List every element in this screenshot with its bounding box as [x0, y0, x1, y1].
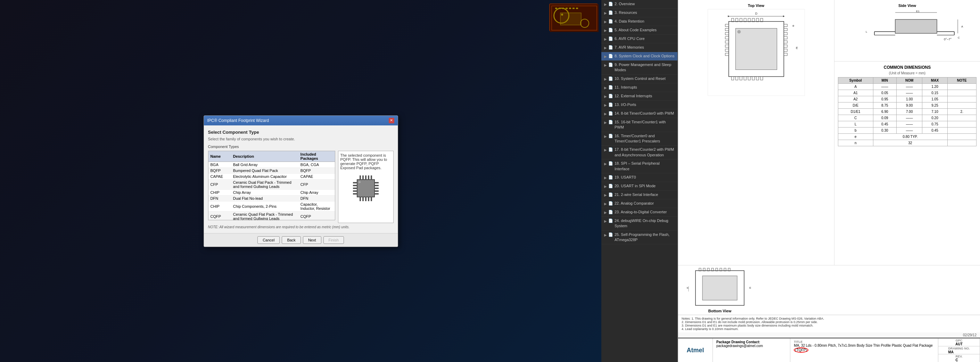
doc-icon: 📄 [608, 192, 613, 197]
component-info-text: The selected component is PQFP. This wil… [340, 153, 387, 170]
toc-item-3[interactable]: ▶ 📄 3. Resources [601, 9, 678, 17]
svg-text:0°–7°: 0°–7° [944, 38, 952, 41]
toc-item-24[interactable]: ▶ 📄 24. debugWIRE On-chip Debug System [601, 217, 678, 231]
toc-arrow: ▶ [604, 184, 607, 189]
toc-item-4[interactable]: ▶ 📄 4. Data Retention [601, 17, 678, 26]
doc-icon: 📄 [608, 232, 613, 237]
toc-item-label: 4. Data Retention [614, 19, 675, 24]
toc-item-21[interactable]: ▶ 📄 21. 2-wire Serial Interface [601, 191, 678, 199]
dialog-section-title: Select Component Type [208, 130, 394, 135]
svg-rect-65 [784, 32, 787, 35]
toc-arrow: ▶ [604, 63, 607, 68]
svg-rect-53 [756, 76, 759, 80]
doc-icon: 📄 [608, 210, 613, 215]
component-table-wrapper[interactable]: Name Description Included Packages BGA B… [208, 151, 335, 220]
toc-item-19[interactable]: ▶ 📄 19. USART0 [601, 173, 678, 182]
toc-item-9[interactable]: ▶ 📄 9. Power Management and Sleep Modes [601, 61, 678, 75]
doc-icon: 📄 [608, 119, 613, 125]
dialog-close-button[interactable]: ✕ [389, 118, 394, 123]
toc-item-12[interactable]: ▶ 📄 12. External Interrupts [601, 92, 678, 101]
dim-col-nom: NOM [897, 78, 922, 84]
component-row[interactable]: CHIP Chip Array Chip Array [208, 189, 335, 195]
component-row[interactable]: CHIP Chip Components, 2-Pins Capacitor, … [208, 201, 335, 211]
dim-col-note: NOTE [947, 78, 976, 84]
toc-item-18[interactable]: ▶ 📄 18. SPI – Serial Peripheral Interfac… [601, 159, 678, 173]
svg-rect-29 [362, 197, 364, 201]
toc-item-label: 5. About Code Examples [614, 27, 675, 33]
dialog-title: IPC® Compliant Footprint Wizard [207, 118, 269, 123]
component-row[interactable]: BQFP Bumpered Quad Flat Pack BQFP [208, 167, 335, 173]
toc-item-2[interactable]: ▶ 📄 2. Overview [601, 0, 678, 9]
svg-rect-21 [374, 191, 379, 192]
drawing-no-cell: DRAWING NO. MA [938, 346, 980, 354]
dimensions-title: COMMON DIMENSIONS [838, 65, 977, 70]
toc-item-8[interactable]: ▶ 📄 8. System Clock and Clock Options [601, 52, 678, 61]
component-row[interactable]: CFP Ceramic Dual Flat Pack - Trimmed and… [208, 179, 335, 189]
toc-item-7[interactable]: ▶ 📄 7. AVR Memories [601, 43, 678, 52]
svg-rect-88 [702, 276, 737, 300]
toc-arrow: ▶ [604, 162, 607, 167]
svg-rect-23 [360, 175, 361, 179]
doc-icon: 📄 [608, 54, 613, 59]
toc-item-13[interactable]: ▶ 📄 13. I/O-Ports [601, 101, 678, 110]
toc-item-25[interactable]: ▶ 📄 25. Self-Programming the Flash, ATme… [601, 231, 678, 245]
svg-rect-25 [365, 175, 366, 179]
component-row[interactable]: DFN Dual Flat No-lead DFN [208, 195, 335, 201]
toc-item-17[interactable]: ▶ 📄 17. 8-bit Timer/Counter2 with PWM an… [601, 146, 678, 159]
note-line: 3. Dimensions D1 and E1 are maximum plas… [682, 324, 977, 327]
svg-rect-70 [784, 53, 787, 56]
toc-item-5[interactable]: ▶ 📄 5. About Code Examples [601, 26, 678, 35]
svg-rect-62 [725, 53, 729, 56]
toc-item-15[interactable]: ▶ 📄 15. 16-bit Timer/Counter1 with PWM [601, 118, 678, 132]
svg-rect-16 [353, 191, 357, 192]
toc-item-14[interactable]: ▶ 📄 14. 8-bit Timer/Counter0 with PWM [601, 110, 678, 118]
doc-icon: 📄 [608, 27, 613, 33]
svg-text:E: E [796, 46, 798, 50]
doc-icon: 📄 [608, 62, 613, 67]
dim-row: e 0.80 TYP. [838, 134, 977, 140]
col-description: Description [231, 151, 298, 162]
component-row[interactable]: BGA Ball Grid Array BGA, CGA [208, 162, 335, 167]
toc-item-20[interactable]: ▶ 📄 20. USART in SPI Mode [601, 182, 678, 191]
toc-item-6[interactable]: ▶ 📄 6. AVR CPU Core [601, 35, 678, 43]
component-row[interactable]: CAPAE Electrolytic Aluminum Capacitor CA… [208, 173, 335, 179]
toc-item-10[interactable]: ▶ 📄 10. System Control and Reset [601, 75, 678, 83]
finish-button[interactable]: Finish [323, 236, 344, 244]
svg-rect-20 [374, 187, 379, 189]
toc-arrow: ▶ [604, 120, 607, 125]
note-line: Notes: 1. This drawing is for general in… [682, 317, 977, 320]
toc-item-label: 21. 2-wire Serial Interface [614, 192, 675, 197]
dialog-subtitle: Select the family of components you wish… [208, 137, 394, 141]
doc-icon: 📄 [608, 111, 613, 116]
svg-rect-47 [731, 76, 734, 80]
toc-item-label: 18. SPI – Serial Peripheral Interface [614, 161, 675, 171]
svg-rect-67 [784, 41, 787, 43]
back-button[interactable]: Back [282, 236, 301, 244]
svg-rect-59 [725, 41, 729, 43]
dimensions-table: Symbol MIN NOM MAX NOTE A —— —— 1.20 A1 … [838, 77, 977, 146]
footprint-wizard-dialog: IPC® Compliant Footprint Wizard ✕ Select… [204, 115, 398, 247]
doc-icon: 📄 [608, 147, 613, 152]
toc-arrow: ▶ [604, 219, 607, 224]
dim-row: L 0.45 —— 0.75 [838, 121, 977, 127]
bottom-view-label: Bottom View [708, 309, 731, 313]
component-row[interactable]: CQFP Ceramic Quad Flat Pack - Trimmed an… [208, 211, 335, 220]
toc-item-label: 8. System Clock and Clock Options [614, 54, 675, 59]
dim-row: b 0.30 —— 0.45 [838, 127, 977, 134]
doc-icon: 📄 [608, 102, 613, 107]
toc-arrow: ▶ [604, 28, 607, 33]
doc-icon: 📄 [608, 45, 613, 50]
toc-item-23[interactable]: ▶ 📄 23. Analog-to-Digital Converter [601, 208, 678, 217]
toc-item-label: 23. Analog-to-Digital Converter [614, 210, 675, 215]
dim-row: D/E 8.75 9.00 9.25 [838, 103, 977, 109]
svg-point-38 [737, 30, 741, 34]
svg-rect-58 [725, 37, 729, 39]
cancel-button[interactable]: Cancel [258, 236, 280, 244]
toc-item-label: 15. 16-bit Timer/Counter1 with PWM [614, 119, 675, 130]
toc-item-11[interactable]: ▶ 📄 11. Interrupts [601, 83, 678, 92]
next-button[interactable]: Next [303, 236, 321, 244]
svg-text:E: E [749, 286, 751, 289]
toc-item-16[interactable]: ▶ 📄 16. Timer/Counter0 and Timer/Counter… [601, 132, 678, 146]
toc-item-22[interactable]: ▶ 📄 22. Analog Comparator [601, 199, 678, 208]
doc-icon: 📄 [608, 36, 613, 41]
